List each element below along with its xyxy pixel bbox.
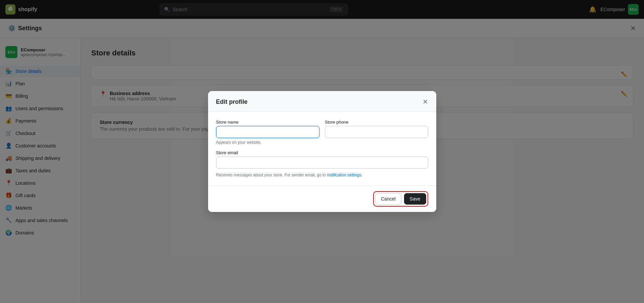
save-cancel-highlighted-wrapper: Cancel Save: [373, 191, 428, 207]
modal-overlay: Edit profile ✕ Store name Appears on you…: [0, 0, 644, 303]
modal-header: Edit profile ✕: [208, 91, 436, 112]
email-hint-text: Receives messages about your store. For …: [216, 173, 326, 177]
store-name-phone-row: Store name Appears on your website. Stor…: [216, 120, 428, 145]
store-name-group: Store name Appears on your website.: [216, 120, 319, 145]
store-name-label: Store name: [216, 120, 319, 125]
notification-settings-link[interactable]: notification settings: [327, 173, 361, 177]
store-phone-group: Store phone: [325, 120, 428, 145]
email-hint: Receives messages about your store. For …: [216, 173, 428, 177]
modal-body: Store name Appears on your website. Stor…: [208, 112, 436, 185]
store-email-label: Store email: [216, 150, 428, 155]
edit-profile-modal: Edit profile ✕ Store name Appears on you…: [208, 91, 436, 212]
store-email-group: Store email: [216, 150, 428, 169]
store-name-hint: Appears on your website.: [216, 140, 319, 145]
modal-footer: Cancel Save: [208, 185, 436, 212]
save-button[interactable]: Save: [404, 193, 426, 205]
modal-title: Edit profile: [216, 98, 248, 105]
cancel-button[interactable]: Cancel: [375, 193, 401, 205]
store-phone-input[interactable]: [325, 126, 428, 138]
store-email-input[interactable]: [216, 157, 428, 169]
store-phone-label: Store phone: [325, 120, 428, 125]
store-name-input[interactable]: [216, 126, 319, 138]
modal-close-button[interactable]: ✕: [423, 98, 428, 106]
